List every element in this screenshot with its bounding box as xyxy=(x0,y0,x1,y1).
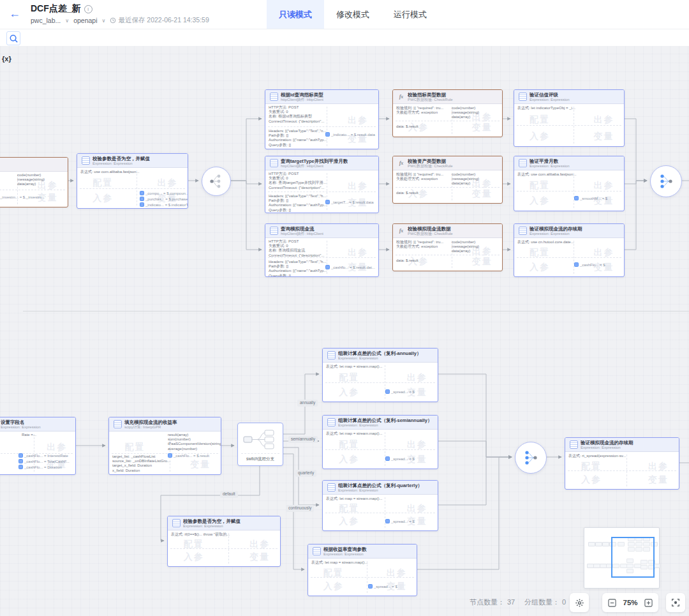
node-formula-quarterly[interactable]: 组装计算点差的公式（复利-quarterly）Expression: Expre… xyxy=(322,480,438,531)
node-fill-cashflow-yield[interactable]: 填充模拟现金流的收益率scipy计算: InterpGPR配置变量result(… xyxy=(108,417,221,475)
node-check-asset-type[interactable]: fx校验资产类型数据PWC数据校验: CheckRule出参入参变量校验规则: … xyxy=(392,156,503,204)
node-config-text: 表达式: let map = stream.map()... xyxy=(326,497,383,501)
workspace-select[interactable]: pwc_lab... xyxy=(31,17,61,24)
expr-icon xyxy=(327,418,336,426)
node-frag-check-upper[interactable]: fx出参变量code(number)message(string)data(ar… xyxy=(0,157,68,207)
node-title: 组装计算点差的公式（复利-quarterly） xyxy=(338,483,422,488)
watermark: 出参 xyxy=(47,442,67,453)
watermark: 变量 xyxy=(472,256,493,267)
edge-label: quarterly xyxy=(295,470,316,477)
variable-tag: _cashFlo... = TotalCashF... xyxy=(19,459,70,463)
expr-icon xyxy=(82,156,90,165)
variable-tag: _cashFlo... = InterestRate xyxy=(19,453,70,458)
variable-chip-icon xyxy=(19,465,23,469)
tab-edit[interactable]: 修改模式 xyxy=(324,0,382,29)
node-verify-cashflow-duration-lower[interactable]: 验证模拟现金流的存续期Expression: Expression配置出参入参变… xyxy=(565,437,679,490)
node-verify-cashflow-duration-upper[interactable]: 验证模拟现金流的存续期Expression: Expression配置出参入参变… xyxy=(514,223,625,277)
clock-icon xyxy=(110,17,116,24)
node-check-sim-cashflow[interactable]: fx校验模拟现金流数据PWC数据校验: CheckRule出参入参变量校验规则:… xyxy=(392,223,503,271)
minimap-node xyxy=(602,542,609,546)
watermark: 入参 xyxy=(339,387,359,398)
node-http-query-targettype[interactable]: 查询targetType并找到平滑月数httpClient插件: HttpCli… xyxy=(265,156,379,213)
node-body: 出参入参变量校验规则: [{ "required": tru...失败处理方式:… xyxy=(393,170,502,203)
node-title: 验证模拟现金流的存续期 xyxy=(530,226,582,232)
node-title: 填充模拟现金流的收益率 xyxy=(124,419,177,425)
watermark: 变量 xyxy=(472,122,493,133)
node-config-text: 表达式: use com.alibaba.fastjson... xyxy=(517,172,576,177)
http-icon xyxy=(270,227,278,235)
node-subtitle: Expression: Expression xyxy=(183,524,241,529)
tab-run[interactable]: 运行模式 xyxy=(382,0,439,29)
variable-chip-icon xyxy=(140,191,144,195)
node-verify-valuation[interactable]: 验证估值评级Expression: Expression配置出参入参变量表达式:… xyxy=(514,89,625,147)
watermark: 配置 xyxy=(125,442,145,453)
canvas-settings-button[interactable] xyxy=(570,593,589,612)
node-title: 查询模拟现金流 xyxy=(281,226,323,232)
watermark: 入参 xyxy=(184,552,204,563)
node-verify-smooth-months[interactable]: 验证平滑月数Expression: Expression配置出参入参变量表达式:… xyxy=(514,156,625,211)
node-body: 配置出参入参变量表达式: let map = stream.map()..._s… xyxy=(323,363,438,402)
fit-view-button[interactable] xyxy=(666,593,685,612)
node-frag-setfields-lower[interactable]: 设置字段名Expression: Expression出参变量Rate =...… xyxy=(0,417,76,475)
node-subtitle: scipy计算: InterpGPR xyxy=(124,425,177,430)
node-check-indicator-type[interactable]: fx校验指标类型数据PWC数据校验: CheckRule出参入参变量校验规则: … xyxy=(392,89,503,137)
node-title: 校验参数是否为空，并赋值 xyxy=(93,156,150,162)
node-formula-semiannually[interactable]: 组装计算点差的公式（复利-semiannually）Expression: Ex… xyxy=(322,415,438,469)
node-subtitle: Expression: Expression xyxy=(530,98,570,102)
info-icon[interactable]: i xyxy=(84,5,93,13)
expr-icon xyxy=(327,351,336,359)
node-http-query-cashflow[interactable]: 查询模拟现金流httpClient插件: HttpClient出参变量HTTP方… xyxy=(265,223,379,277)
minimap-node xyxy=(588,542,595,546)
node-config-text: Headers: [{"valueType":"Text","h...Path参… xyxy=(269,260,327,277)
node-check-params-lower[interactable]: 校验参数是否为空，并赋值Expression: Expression配置出参入参… xyxy=(167,516,281,567)
flow-canvas[interactable]: fx出参变量code(number)message(string)data(ar… xyxy=(0,0,689,616)
node-title: 校验指标类型数据 xyxy=(408,92,453,98)
variable-chip-icon xyxy=(574,262,579,267)
fanin-icon xyxy=(522,449,540,467)
junction-fanout[interactable] xyxy=(202,167,231,196)
edge-label: annually xyxy=(297,400,318,407)
node-config-text: data: $.result xyxy=(396,259,419,263)
edge-label: default xyxy=(220,491,238,498)
node-switch-branch[interactable]: switch流程分支 xyxy=(237,423,283,466)
variables-panel-toggle[interactable]: {x} xyxy=(2,55,11,63)
variable-tag: _cashFlo... = Duration xyxy=(19,465,70,469)
junction-fanin[interactable] xyxy=(650,165,682,197)
node-body: 配置出参入参变量表达式: let indicatorTypeObj = _i..… xyxy=(514,104,624,146)
watermark: 入参 xyxy=(323,581,344,592)
node-body: 出参变量Rate =..._cashFlo... = InterestRate_… xyxy=(0,432,75,474)
search-button[interactable] xyxy=(6,31,20,45)
node-query-params-by-yield[interactable]: 根据收益率查询参数Expression: Expression配置出参入参变量表… xyxy=(307,544,417,596)
node-body: 配置出参入参变量表达式: if(0==$()... throw "获取的... xyxy=(168,530,280,566)
check-icon: fx xyxy=(397,160,405,167)
page-title: DCF点差_新 xyxy=(31,3,81,15)
watermark: 入参 xyxy=(530,131,550,142)
node-subtitle: Expression: Expression xyxy=(1,425,41,430)
variable-chip-icon xyxy=(19,453,23,458)
search-icon xyxy=(9,34,19,43)
watermark: 变量 xyxy=(472,188,493,200)
expr-icon xyxy=(570,440,578,449)
zoom-level: 75% xyxy=(623,599,637,606)
zoom-out-button[interactable] xyxy=(608,599,616,607)
tab-readonly[interactable]: 只读模式 xyxy=(267,0,324,29)
watermark: 入参 xyxy=(93,193,113,204)
minimap-viewport[interactable] xyxy=(611,537,655,578)
variable-tag: _compo... = $.compoun... xyxy=(140,191,188,195)
back-button[interactable]: ← xyxy=(9,7,20,20)
node-subtitle: Expression: Expression xyxy=(93,162,150,166)
node-http-query-indicator-type[interactable]: 根据id查询指标类型httpClient插件: HttpClient出参变量HT… xyxy=(265,89,379,149)
node-formula-annually[interactable]: 组装计算点差的公式（复利-annually）Expression: Expres… xyxy=(322,348,438,402)
minimap[interactable] xyxy=(584,527,660,589)
api-select[interactable]: openapi xyxy=(73,17,97,24)
node-check-params-upper[interactable]: 校验参数是否为空，并赋值Expression: Expression配置出参入参… xyxy=(77,153,188,209)
node-body: 出参入参变量校验规则: [{ "required": tru...失败处理方式:… xyxy=(393,104,502,137)
zoom-in-button[interactable] xyxy=(644,599,653,607)
node-body: 配置出参入参变量表达式: let map = stream.map()..._s… xyxy=(323,495,438,530)
node-config-text: 表达式: let map = stream.map()... xyxy=(311,560,368,565)
junction-fanin[interactable] xyxy=(515,442,547,474)
node-title: 验证模拟现金流的存续期 xyxy=(581,440,633,446)
node-subtitle: PWC数据校验: CheckRule xyxy=(408,98,453,102)
expr-icon xyxy=(313,547,321,555)
node-config-text: code(number)message(string)data(array) xyxy=(452,106,479,120)
